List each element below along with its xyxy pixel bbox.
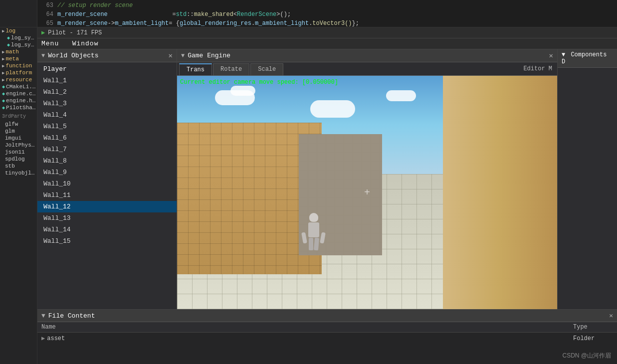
object-item-wall3[interactable]: Wall_3: [37, 98, 177, 109]
ge-filter-icon[interactable]: ▼: [181, 52, 185, 59]
object-item-wall10[interactable]: Wall_10: [37, 178, 177, 189]
tree-item-label: engine.h...: [6, 98, 36, 104]
bottom-area: ▼ File Content ✕ Name Type ▶ asset Folde…: [37, 309, 617, 364]
tree-item-label: log: [5, 28, 15, 34]
object-item-wall15[interactable]: Wall_15: [37, 235, 177, 247]
menu-item-window[interactable]: Window: [72, 40, 99, 47]
object-item-wall6[interactable]: Wall_6: [37, 132, 177, 144]
object-item-player[interactable]: Player: [37, 63, 177, 75]
file-icon: ◆: [7, 35, 10, 41]
tree-item-label: resource: [5, 77, 32, 83]
watermark: CSDN @山河作眉: [562, 352, 611, 360]
tree-item-cmake[interactable]: ◆ CMakeLi...: [0, 83, 37, 90]
object-item-wall2[interactable]: Wall_2: [37, 86, 177, 98]
tree-item-jolt[interactable]: JoltPhysics: [0, 142, 37, 149]
play-icon: ▶: [41, 29, 45, 36]
fc-asset-name: asset: [47, 335, 573, 342]
object-item-wall13[interactable]: Wall_13: [37, 212, 177, 224]
tree-item-label: engine.c...: [6, 91, 36, 97]
scene-3d: +: [177, 76, 557, 309]
tree-item-label: json11: [2, 149, 25, 155]
tree-item-resource[interactable]: ▶ resource: [0, 76, 37, 83]
code-var2: m_render_scene: [57, 19, 108, 28]
tree-item-log-h[interactable]: ◆ log_system.h: [0, 41, 37, 48]
tab-scale[interactable]: Scale: [250, 63, 283, 75]
fc-filter-icon[interactable]: ▼: [41, 312, 45, 320]
tree-item-stb[interactable]: stb: [0, 163, 37, 170]
game-engine-header: ▼ Game Engine ✕: [177, 49, 557, 62]
fc-row-asset[interactable]: ▶ asset Folder: [37, 333, 617, 344]
char-torso-area: [302, 222, 325, 237]
object-item-wall4[interactable]: Wall_4: [37, 109, 177, 121]
components-title: Components D: [562, 51, 607, 65]
object-item-wall11[interactable]: Wall_11: [37, 189, 177, 201]
tree-item-glfw[interactable]: glfw: [0, 121, 37, 128]
viewport-status: Current editor camera move speed: [0.050…: [180, 79, 338, 86]
object-item-wall7[interactable]: Wall_7: [37, 144, 177, 155]
file-content-title: File Content: [48, 312, 95, 320]
tree-item-engine-cpp[interactable]: ◆ engine.c...: [0, 90, 37, 97]
char-leg-right: [314, 238, 319, 251]
tree-item-label: stb: [2, 163, 15, 169]
tree-item-label: imgui: [2, 135, 21, 141]
char-head: [309, 213, 318, 222]
third-party-label: 3rdParty: [0, 112, 37, 121]
world-objects-title: World Objects: [48, 52, 98, 59]
filter-icon[interactable]: ▼: [41, 52, 45, 59]
cloud-4: [386, 90, 416, 101]
menu-item-menu[interactable]: Menu: [41, 40, 59, 47]
code-editor-strip: 63 64 65 // setup render scene m_render_…: [0, 0, 617, 27]
tab-rotate[interactable]: Rotate: [213, 63, 249, 75]
object-item-wall8[interactable]: Wall_8: [37, 155, 177, 167]
game-engine-close-button[interactable]: ✕: [549, 51, 553, 60]
tree-item-pilot-shader[interactable]: ◆ PilotShad...: [0, 104, 37, 111]
object-item-wall12[interactable]: Wall_12: [37, 201, 177, 212]
tree-item-tinyobj[interactable]: tinyobjloade...: [0, 170, 37, 177]
tree-item-label: glfw: [2, 121, 18, 127]
folder-arrow-icon: ▶: [41, 335, 45, 342]
tree-item-function[interactable]: ▶ function: [0, 62, 37, 69]
components-filter-icon[interactable]: ▼: [562, 51, 565, 58]
tree-item-platform[interactable]: ▶ platform: [0, 69, 37, 76]
file-content-header: ▼ File Content ✕: [37, 310, 617, 322]
tree-item-engine-h[interactable]: ◆ engine.h...: [0, 97, 37, 104]
game-engine-title: Game Engine: [188, 52, 230, 59]
tree-item-log[interactable]: ▶ log: [0, 27, 37, 34]
tree-item-log-cpp[interactable]: ◆ log_system.cpp: [0, 34, 37, 41]
code-lines: // setup render scene m_render_scene = s…: [57, 0, 617, 27]
components-panel: ▼ Components D: [557, 49, 617, 309]
file-icon: ◆: [2, 91, 5, 97]
tree-item-spdlog[interactable]: spdlog: [0, 156, 37, 163]
tree-item-label: math: [5, 49, 18, 55]
object-item-wall14[interactable]: Wall_14: [37, 224, 177, 235]
fc-table-header: Name Type: [37, 322, 617, 333]
tab-trans[interactable]: Trans: [179, 63, 212, 75]
code-var4: global_rendering_res: [180, 19, 251, 28]
folder-arrow-icon: ▶: [2, 56, 4, 62]
viewport[interactable]: Current editor camera move speed: [0.050…: [177, 76, 557, 309]
world-objects-close-button[interactable]: ✕: [169, 51, 173, 60]
tree-item-imgui[interactable]: imgui: [0, 135, 37, 142]
world-objects-panel: ▼ World Objects ✕ Player Wall_1 Wall_2 W…: [37, 49, 177, 309]
pilot-title: Pilot - 171 FPS: [48, 29, 102, 36]
code-var5: m_ambient_light: [255, 19, 309, 28]
tree-item-label: function: [5, 63, 32, 69]
tree-item-math[interactable]: ▶ math: [0, 48, 37, 55]
game-engine-panel: ▼ Game Engine ✕ Trans Rotate Scale Edito…: [177, 49, 557, 309]
file-content-close-button[interactable]: ✕: [609, 312, 613, 320]
folder-arrow-icon: ▶: [2, 77, 4, 83]
code-op: =: [108, 10, 176, 19]
code-comment: // setup render scene: [57, 1, 133, 10]
fc-col-type: Type: [573, 324, 613, 331]
object-item-wall9[interactable]: Wall_9: [37, 167, 177, 178]
fc-col-name: Name: [41, 324, 573, 331]
tree-item-glm[interactable]: glm: [0, 128, 37, 135]
tree-item-meta[interactable]: ▶ meta: [0, 55, 37, 62]
file-tree: ▶ log ◆ log_system.cpp ◆ log_system.h ▶ …: [0, 27, 37, 364]
tab-editor-m[interactable]: Editor M: [518, 63, 557, 75]
object-item-wall5[interactable]: Wall_5: [37, 121, 177, 132]
tree-item-json11[interactable]: json11: [0, 149, 37, 156]
object-item-wall1[interactable]: Wall_1: [37, 75, 177, 86]
panels-row: ▼ World Objects ✕ Player Wall_1 Wall_2 W…: [37, 49, 617, 309]
tree-item-label: log_system.h: [11, 42, 36, 48]
